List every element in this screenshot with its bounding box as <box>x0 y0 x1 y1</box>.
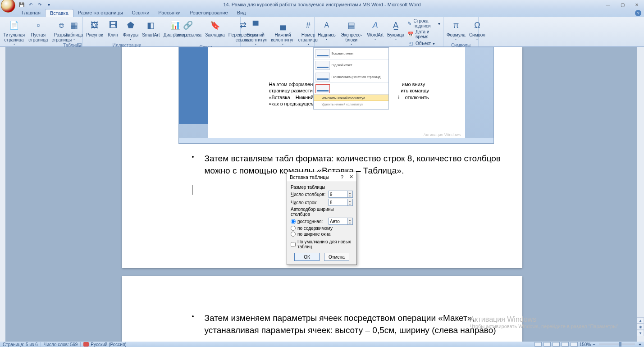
default-checkbox[interactable] <box>291 242 296 247</box>
symbol-button[interactable]: ΩСимвол▾ <box>468 18 487 41</box>
browse-object-button[interactable]: ◉ <box>637 324 644 330</box>
proofing-icon[interactable] <box>83 342 89 347</box>
columns-label: Число столбцов: <box>291 192 325 197</box>
ribbon-tabs: Главная Вставка Разметка страницы Ссылки… <box>0 9 644 17</box>
view-fullscreen[interactable] <box>544 342 551 347</box>
fixed-width-input[interactable] <box>329 218 347 225</box>
quick-access-toolbar: 💾 ↶ ↷ ▾ <box>18 1 52 8</box>
tab-mailings[interactable]: Рассылки <box>154 9 185 17</box>
rows-input[interactable] <box>329 199 347 206</box>
view-print-layout[interactable] <box>534 342 542 347</box>
quickparts-button[interactable]: ▤Экспресс-блоки▾ <box>338 18 365 46</box>
vertical-scrollbar[interactable] <box>637 47 644 342</box>
status-bar: Страница: 5 из 6 Число слов: 569 Русский… <box>0 342 644 347</box>
default-label: По умолчанию для новых таблиц <box>297 239 353 249</box>
undo-icon[interactable]: ↶ <box>27 1 34 8</box>
window-title: 14. Рамка для курсовой работы пользуемся… <box>223 2 420 7</box>
insert-table-dialog: Вставка таблицы ? ✕ Размер таблицы Число… <box>287 172 357 265</box>
radio-fixed[interactable] <box>291 219 296 224</box>
footer-button[interactable]: ▄Нижний колонтитул▾ <box>269 18 296 46</box>
header-button[interactable]: ▀Верхний колонтитул▾ <box>242 18 269 46</box>
fw-spin-down[interactable]: ▼ <box>347 221 352 224</box>
redo-icon[interactable]: ↷ <box>36 1 43 8</box>
tab-home[interactable]: Главная <box>17 9 45 17</box>
document-area: На этом оформление раимо внизу страницу … <box>0 47 644 342</box>
date-time-button[interactable]: 📅Дата и время <box>406 29 441 40</box>
zoom-slider[interactable] <box>599 343 635 345</box>
dropcap-button[interactable]: A̲Буквица▾ <box>386 18 406 41</box>
tab-references[interactable]: Ссылки <box>128 9 154 17</box>
vertical-ruler <box>0 47 5 342</box>
zoom-level[interactable]: 150% <box>580 342 591 347</box>
dialog-autofit-label: Автоподбор ширины столбцов <box>291 207 353 217</box>
blank-page-button[interactable]: ▫Пустая страница <box>27 18 49 43</box>
titlebar: 💾 ↶ ↷ ▾ 14. Рамка для курсовой работы по… <box>0 0 644 9</box>
object-button[interactable]: ◰Объект ▾ <box>406 40 441 47</box>
save-icon[interactable]: 💾 <box>18 1 25 8</box>
wordart-button[interactable]: AWordArt▾ <box>366 18 385 41</box>
paragraph-2: • Затем изменяем параметры ячеек посредс… <box>122 312 522 336</box>
dialog-titlebar[interactable]: Вставка таблицы ? ✕ <box>287 172 356 182</box>
help-icon[interactable]: ? <box>635 10 641 16</box>
status-language[interactable]: Русский (Россия) <box>91 342 126 347</box>
prev-page-button[interactable]: ▲ <box>637 317 644 324</box>
close-button[interactable]: ✕ <box>631 1 642 8</box>
fw-spin-up[interactable]: ▲ <box>347 218 352 221</box>
tab-insert[interactable]: Вставка <box>45 9 73 17</box>
dialog-close-button[interactable]: ✕ <box>347 173 356 181</box>
minimize-button[interactable]: — <box>603 1 613 8</box>
rows-spin-up[interactable]: ▲ <box>347 199 352 202</box>
ok-button[interactable]: ОК <box>294 253 320 261</box>
picture-button[interactable]: 🖼Рисунок <box>85 18 105 38</box>
dialog-size-label: Размер таблицы <box>291 185 353 190</box>
next-page-button[interactable]: ▼ <box>637 330 644 336</box>
columns-input[interactable] <box>329 191 347 198</box>
cancel-button[interactable]: Отмена <box>324 253 349 261</box>
tab-view[interactable]: Вид <box>233 9 251 17</box>
dialog-help-button[interactable]: ? <box>338 173 347 181</box>
status-page[interactable]: Страница: 5 из 6 <box>3 342 38 347</box>
signature-line-button[interactable]: ✎Строка подписи ▾ <box>406 18 441 29</box>
radio-window[interactable] <box>291 232 296 237</box>
maximize-button[interactable]: ▢ <box>617 1 628 8</box>
qat-more-icon[interactable]: ▾ <box>45 1 52 8</box>
status-wordcount[interactable]: Число слов: 569 <box>44 342 78 347</box>
view-web[interactable] <box>553 342 560 347</box>
zoom-out-button[interactable]: − <box>593 342 595 347</box>
embedded-dropdown: Боковая линия Годовой отчет Головоломка … <box>313 47 389 110</box>
cover-page-button[interactable]: 📄Титульная страница▾ <box>2 18 26 46</box>
tab-page-layout[interactable]: Разметка страницы <box>73 9 128 17</box>
embedded-image: На этом оформление раимо внизу страницу … <box>178 47 494 144</box>
document-page-next[interactable]: • Затем изменяем параметры ячеек посредс… <box>122 276 522 342</box>
hyperlink-button[interactable]: 🔗Гиперссылка <box>173 18 203 38</box>
radio-contents-label: по содержимому <box>297 226 333 231</box>
view-outline[interactable] <box>562 342 569 347</box>
ribbon: 📄Титульная страница▾ ▫Пустая страница ⎊Р… <box>0 17 644 47</box>
textbox-button[interactable]: AНадпись▾ <box>316 18 337 41</box>
clipart-button[interactable]: 🎞Клип <box>105 18 121 38</box>
radio-window-label: по ширине окна <box>297 232 330 237</box>
rows-label: Число строк: <box>291 200 317 205</box>
dialog-title: Вставка таблицы <box>290 174 329 180</box>
rows-spin-down[interactable]: ▼ <box>347 202 352 205</box>
view-draft[interactable] <box>571 342 578 347</box>
shapes-button[interactable]: ⬟Фигуры▾ <box>122 18 140 41</box>
zoom-in-button[interactable]: + <box>639 342 641 347</box>
tab-review[interactable]: Рецензирование <box>185 9 233 17</box>
equation-button[interactable]: πФормула▾ <box>445 18 467 41</box>
bookmark-button[interactable]: 🔖Закладка <box>204 18 226 38</box>
table-button[interactable]: ▦Таблица▾ <box>64 18 84 41</box>
cols-spin-up[interactable]: ▲ <box>347 191 352 194</box>
cols-spin-down[interactable]: ▼ <box>347 194 352 197</box>
smartart-button[interactable]: ◧SmartArt <box>141 18 161 38</box>
radio-contents[interactable] <box>291 226 296 231</box>
